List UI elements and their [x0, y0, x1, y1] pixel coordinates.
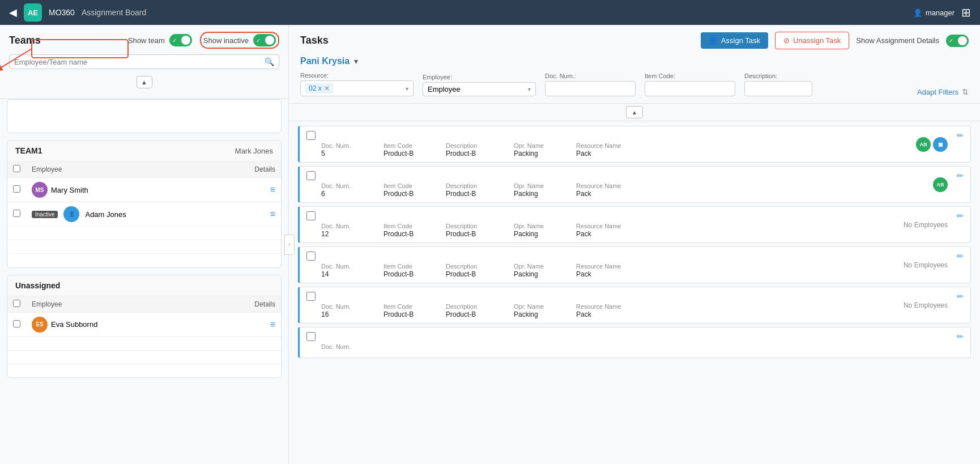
doc-num-input[interactable] [545, 81, 636, 96]
show-team-toggle[interactable]: ✓ [169, 34, 192, 46]
table-row: MS Mary Smith ≡ [7, 178, 281, 202]
res-value-0: Pack [576, 150, 650, 157]
task-list: Doc. Num. 5 Item Code Product-B Descript… [289, 121, 980, 464]
topnav: ◀ AE MO360 Assignment Board 👤 manager ⊞ [0, 0, 980, 25]
task-checkbox-5[interactable] [306, 332, 316, 341]
team1-col-details: Details [221, 161, 281, 178]
app-title: MO360 [49, 8, 75, 17]
task-checkbox-3[interactable] [306, 252, 316, 261]
details-icon-aj[interactable]: ≡ [270, 209, 275, 219]
table-row: Inactive 👤 Adam Jones ≡ [7, 202, 281, 227]
task-edit-icon-2[interactable]: ✏ [957, 211, 964, 220]
employee-checkbox-es[interactable] [13, 320, 20, 327]
details-icon-es[interactable]: ≡ [270, 320, 275, 329]
team-section-team1: TEAM1 Mark Jones Employee Details [7, 140, 282, 268]
collapse-left-button[interactable]: ▲ [137, 76, 152, 88]
team1-select-all[interactable] [13, 165, 20, 172]
toggle-check-icon3: ✓ [949, 37, 953, 44]
task-row-4: Doc. Num. 16 Item Code Product-B Descrip… [298, 287, 971, 323]
task-row-0: Doc. Num. 5 Item Code Product-B Descript… [298, 126, 971, 163]
unassign-icon: ⊘ [783, 36, 790, 45]
empty-row [7, 350, 281, 364]
show-assignment-label: Show Assignment Details [856, 36, 939, 45]
search-box[interactable]: 🔍 [9, 54, 279, 69]
user-menu[interactable]: 👤 manager [913, 8, 955, 17]
unassigned-col-employee: Employee [26, 296, 206, 313]
task-avatar-ab2: ▣ [933, 137, 948, 152]
task-avatar-1: AB [933, 177, 948, 192]
employee-label: Employee: [423, 74, 536, 80]
show-inactive-toggle[interactable]: ✓ [253, 34, 276, 46]
empty-row [7, 364, 281, 377]
task-checkbox-2[interactable] [306, 211, 316, 220]
item-code-label: Item Code: [645, 73, 735, 79]
show-inactive-toggle-group: Show inactive ✓ [200, 32, 279, 49]
item-code-label-0: Item Code [384, 142, 446, 149]
left-panel: Teams Show team ✓ Show inactive ✓ [0, 25, 289, 464]
task-details-2: Doc. Num. 12 Item Code Product-B Descrip… [306, 223, 964, 238]
employee-select[interactable]: Employee ▾ [423, 82, 536, 96]
team1-col-employee: Employee [26, 161, 221, 178]
task-edit-icon-1[interactable]: ✏ [957, 171, 964, 180]
doc-num-label-0: Doc. Num. [321, 142, 384, 149]
unassigned-header: Unassigned [7, 275, 281, 296]
task-details-1: Doc. Num. 6 Item Code Product-B Descript… [306, 182, 964, 198]
filter-employee: Employee: Employee ▾ [423, 74, 536, 96]
employee-checkbox-aj[interactable] [13, 210, 20, 217]
task-checkbox-4[interactable] [306, 292, 316, 301]
sidebar-toggle[interactable]: › [284, 235, 295, 255]
empty-row [7, 240, 281, 254]
task-details-3: Doc. Num. 14 Item Code Product-B Descrip… [306, 263, 964, 278]
details-icon-ms[interactable]: ≡ [270, 185, 275, 194]
unassign-task-button[interactable]: ⊘ Unassign Task [775, 32, 849, 49]
show-team-label: Show team [128, 36, 165, 45]
no-employees-2: No Employees [904, 221, 948, 229]
resource-chip: 02 x ✕ [305, 83, 333, 93]
employee-value: Employee [428, 85, 461, 93]
right-panel: Tasks 👤 Assign Task ⊘ Unassign Task Show… [289, 25, 980, 464]
back-button[interactable]: ◀ [9, 6, 17, 19]
right-header: Tasks 👤 Assign Task ⊘ Unassign Task Show… [289, 25, 980, 104]
employee-selector: Pani Krysia ▾ [300, 56, 969, 66]
doc-num-label: Doc. Num.: [545, 73, 636, 79]
selected-employee-name[interactable]: Pani Krysia [300, 56, 350, 66]
assign-task-button[interactable]: 👤 Assign Task [701, 32, 768, 49]
user-label: manager [926, 8, 955, 17]
teams-title: Teams [9, 35, 41, 46]
team1-manager: Mark Jones [235, 147, 273, 155]
employee-chevron-icon[interactable]: ▾ [354, 57, 358, 66]
logo-text: AE [28, 8, 38, 17]
team1-table: Employee Details MS Mary Smith [7, 161, 281, 267]
task-edit-icon-4[interactable]: ✏ [957, 292, 964, 301]
team1-header: TEAM1 Mark Jones [7, 141, 281, 161]
tasks-title: Tasks [300, 35, 329, 46]
no-employees-3: No Employees [904, 261, 948, 269]
unassigned-select-all[interactable] [13, 300, 20, 307]
employee-name-aj: Adam Jones [85, 210, 126, 219]
employee-name-ms: Mary Smith [51, 186, 88, 194]
task-checkbox-1[interactable] [306, 171, 316, 180]
unassigned-col-details: Details [206, 296, 281, 313]
item-code-input[interactable] [645, 81, 735, 96]
task-edit-icon-5[interactable]: ✏ [957, 332, 964, 341]
show-assignment-toggle[interactable]: ✓ [946, 35, 969, 47]
task-edit-icon-0[interactable]: ✏ [957, 131, 964, 140]
res-label-0: Resource Name [576, 142, 650, 149]
task-edit-icon-3[interactable]: ✏ [957, 252, 964, 261]
task-avatars-1: AB [933, 177, 948, 192]
collapse-filter-button[interactable]: ▲ [626, 106, 643, 118]
task-checkbox-0[interactable] [306, 131, 316, 140]
description-input[interactable] [744, 81, 812, 96]
employee-name-es: Eva Subbornd [51, 320, 97, 329]
toggle-check-icon2: ✓ [256, 37, 261, 44]
resource-chip-close[interactable]: ✕ [324, 84, 330, 92]
resource-label: Resource: [300, 72, 414, 79]
toggle-knob3 [958, 36, 967, 45]
grid-icon[interactable]: ⊞ [961, 6, 971, 19]
employee-checkbox-ms[interactable] [13, 185, 20, 193]
task-avatar-ab1: AB [916, 137, 931, 152]
adapt-filters-button[interactable]: Adapt Filters ⇅ [917, 87, 969, 96]
app-subtitle: Assignment Board [82, 8, 146, 17]
resource-select[interactable]: 02 x ✕ ▾ [300, 80, 414, 96]
search-input[interactable] [14, 58, 260, 66]
